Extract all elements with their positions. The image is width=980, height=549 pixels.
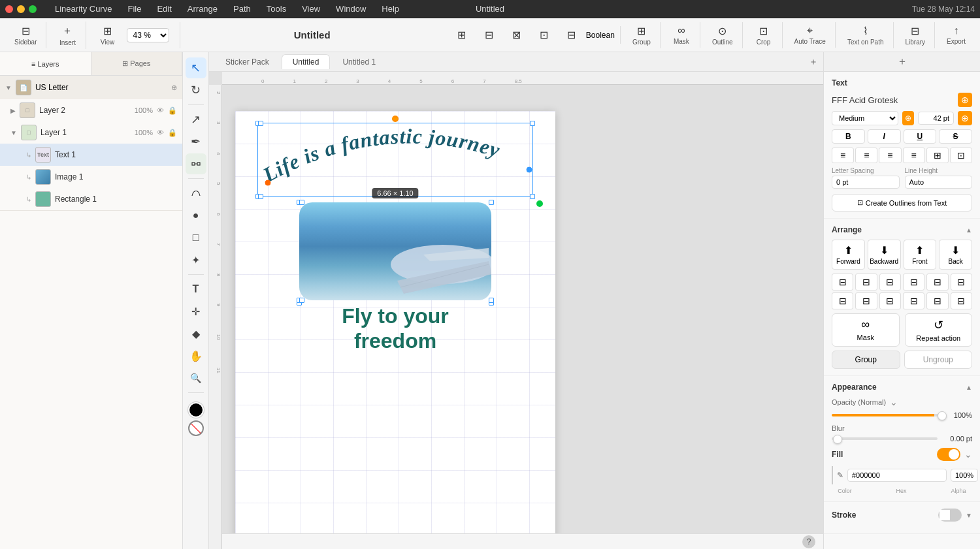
forward-button[interactable]: ⬆ Forward: [832, 240, 865, 270]
sidebar-toggle-button[interactable]: ⊟ Sidebar: [10, 22, 41, 48]
boolean-exclude-button[interactable]: ⊡: [531, 26, 557, 44]
font-size-input[interactable]: [918, 112, 954, 125]
create-outlines-button[interactable]: ⊡ Create Outlines from Text: [832, 194, 972, 212]
distribute-spacing-v-button[interactable]: ⊟: [903, 292, 924, 309]
underline-button[interactable]: U: [904, 129, 937, 144]
front-button[interactable]: ⬆ Front: [904, 240, 937, 270]
text-on-path-button[interactable]: ⌇ Text on Path: [843, 22, 888, 48]
menu-help[interactable]: Help: [379, 3, 402, 15]
text-spacing-button[interactable]: ⊞: [926, 148, 949, 163]
italic-button[interactable]: I: [868, 129, 901, 144]
tab-pages[interactable]: ⊞ Pages: [91, 52, 183, 75]
repeat-action-button[interactable]: ↺ Repeat action: [905, 313, 973, 347]
menu-window[interactable]: Window: [333, 3, 368, 15]
view-button[interactable]: ⊞ View: [94, 22, 120, 48]
font-browse-button[interactable]: ⊕: [958, 93, 972, 107]
align-right-button[interactable]: ≡: [879, 148, 901, 163]
img-handle-br[interactable]: [489, 298, 494, 303]
select-tool-button[interactable]: ↖: [186, 57, 206, 78]
layer-item-image1[interactable]: ↳ Image 1: [0, 166, 182, 188]
tab-untitled[interactable]: Untitled: [282, 54, 331, 69]
backward-button[interactable]: ⬇ Backward: [868, 240, 901, 270]
text-outline-button[interactable]: ⊡: [950, 148, 972, 163]
group-button[interactable]: Group: [832, 351, 900, 369]
stroke-toggle[interactable]: [938, 509, 962, 522]
arrange-extra-1-button[interactable]: ⊟: [926, 292, 948, 309]
stroke-section-header[interactable]: Stroke ▼: [832, 509, 972, 522]
layer-item-text1[interactable]: ↳ Text Text 1: [0, 144, 182, 166]
direct-select-tool-button[interactable]: ↗: [186, 109, 206, 130]
align-justify-button[interactable]: ≡: [903, 148, 925, 163]
menu-linearity-curve[interactable]: Linearity Curve: [52, 3, 114, 15]
letter-spacing-input[interactable]: [832, 176, 900, 189]
boolean-intersect-button[interactable]: ⊠: [504, 26, 530, 44]
align-center-h-button[interactable]: ⊟: [855, 274, 877, 290]
add-tab-button[interactable]: ＋: [809, 56, 818, 68]
image-container[interactable]: 6.66 × 1.10: [299, 202, 491, 300]
maximize-button[interactable]: [29, 5, 37, 13]
tab-sticker-pack[interactable]: Sticker Pack: [214, 54, 280, 69]
tab-layers[interactable]: ≡ Layers: [0, 52, 91, 75]
align-left-edge-button[interactable]: ⊟: [832, 274, 853, 290]
bold-button[interactable]: B: [832, 129, 865, 144]
menu-edit[interactable]: Edit: [154, 3, 174, 15]
align-bottom-edge-button[interactable]: ⊟: [951, 274, 972, 290]
fill-color-swatch[interactable]: [832, 466, 833, 484]
help-button[interactable]: ?: [802, 535, 815, 548]
hand-tool-button[interactable]: ✋: [186, 345, 206, 366]
export-button[interactable]: ↑ Export: [943, 22, 970, 48]
menu-arrange[interactable]: Arrange: [185, 3, 220, 15]
distribute-v-button[interactable]: ⊟: [855, 292, 877, 309]
zoom-select[interactable]: 43 % 50 % 75 % 100 %: [127, 28, 169, 42]
img-handle-tm[interactable]: [299, 200, 304, 205]
boolean-divide-button[interactable]: ⊟: [559, 26, 585, 44]
foreground-color-swatch[interactable]: [188, 402, 204, 418]
background-color-swatch[interactable]: [188, 420, 204, 436]
tab-untitled-1[interactable]: Untitled 1: [331, 54, 387, 69]
layer2-lock-icon[interactable]: 🔒: [168, 106, 177, 115]
rotate-tool-button[interactable]: ↻: [186, 80, 206, 101]
bezier-tool-button[interactable]: [186, 183, 206, 204]
zoom-tool-button[interactable]: 🔍: [186, 368, 206, 388]
path-control-handle[interactable]: [393, 118, 398, 120]
outline-button[interactable]: ⊙ Outline: [708, 22, 737, 48]
blur-slider[interactable]: [832, 437, 938, 440]
font-style-select[interactable]: Medium Regular Bold Italic: [832, 111, 898, 125]
node-tool-button[interactable]: [186, 153, 206, 174]
img-handle-bm[interactable]: [299, 298, 304, 303]
library-button[interactable]: ⊟ Library: [902, 22, 930, 48]
opacity-type-chevron[interactable]: ⌄: [890, 397, 898, 407]
layer-item-layer2[interactable]: ▶ □ Layer 2 100% 👁 🔒: [0, 99, 182, 121]
paint-tool-button[interactable]: ●: [186, 205, 206, 226]
transform-tool-button[interactable]: ✛: [186, 301, 206, 322]
line-height-input[interactable]: [905, 176, 973, 189]
text-tool-button[interactable]: T: [186, 279, 206, 300]
layer2-visibility-icon[interactable]: 👁: [157, 106, 164, 114]
distribute-spacing-h-button[interactable]: ⊟: [879, 292, 901, 309]
alpha-input[interactable]: [951, 469, 978, 482]
canvas-inner[interactable]: Life is a fantastic journey 6.66 × 1.10: [222, 85, 823, 549]
back-button[interactable]: ⬇ Back: [939, 240, 972, 270]
img-handle-tr[interactable]: [489, 200, 494, 205]
shape-tool-button[interactable]: □: [186, 227, 206, 248]
ungroup-button[interactable]: Ungroup: [904, 351, 973, 369]
crop-button[interactable]: ⊡ Crop: [751, 22, 777, 48]
layer-item-rect1[interactable]: ↳ Rectangle 1: [0, 188, 182, 210]
fill-expand-icon[interactable]: ⌄: [964, 449, 972, 460]
appearance-section-header[interactable]: Appearance ▲: [832, 383, 972, 392]
fill-toggle[interactable]: [937, 448, 960, 461]
menu-path[interactable]: Path: [231, 3, 253, 15]
boolean-union-button[interactable]: ⊞: [449, 26, 475, 44]
align-right-edge-button[interactable]: ⊟: [879, 274, 901, 290]
opacity-slider[interactable]: [832, 414, 946, 416]
star-tool-button[interactable]: ✦: [186, 249, 206, 270]
align-top-edge-button[interactable]: ⊟: [903, 274, 924, 290]
path-end-handle[interactable]: [527, 167, 532, 172]
green-handle[interactable]: [536, 200, 543, 207]
mask-button[interactable]: ∞ Mask: [668, 22, 694, 48]
pen-tool-button[interactable]: ✒: [186, 131, 206, 152]
insert-button[interactable]: ＋ Insert: [54, 22, 80, 49]
hex-color-input[interactable]: [847, 469, 947, 482]
arrange-mask-button[interactable]: ∞ Mask: [832, 313, 900, 347]
close-button[interactable]: [5, 5, 13, 13]
